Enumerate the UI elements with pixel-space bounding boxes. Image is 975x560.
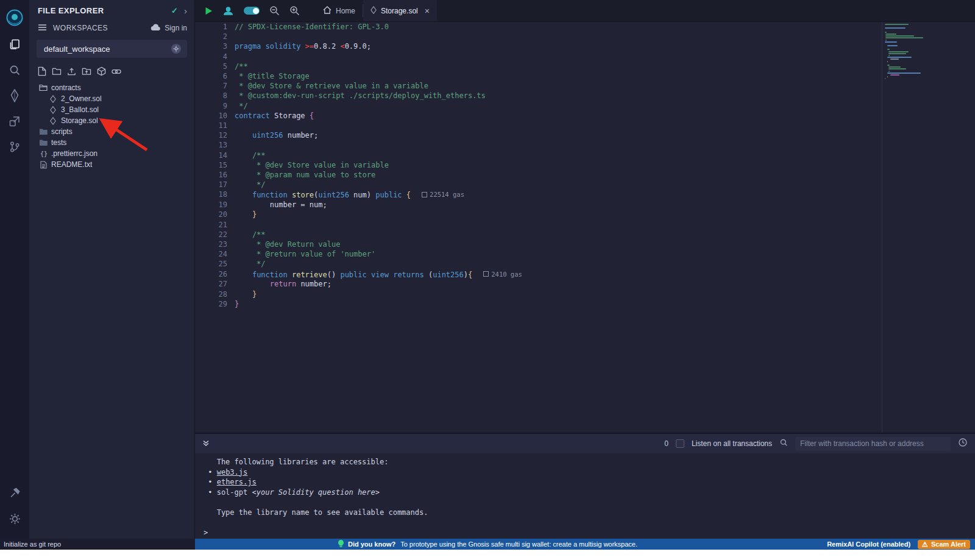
- tree-item-tests[interactable]: tests: [29, 137, 194, 148]
- file-name: contracts: [51, 83, 81, 92]
- tree-item-scripts[interactable]: scripts: [29, 126, 194, 137]
- code-line-21: 21: [195, 220, 975, 230]
- terminal-line: Type the library name to see available c…: [204, 508, 975, 518]
- remix-ide-window: FILE EXPLORER ✓ › WORKSPACES Sign in def…: [0, 0, 975, 550]
- file-name: scripts: [51, 127, 73, 136]
- zoom-in-button[interactable]: [285, 0, 305, 21]
- terminal-output[interactable]: The following libraries are accessible: …: [195, 453, 975, 537]
- code-line-15: 15 * @dev Store value in variable: [195, 160, 975, 170]
- terminal-link[interactable]: web3.js: [217, 468, 248, 477]
- code-line-6: 6 * @title Storage: [195, 71, 975, 81]
- upload-folder-icon[interactable]: [82, 67, 91, 76]
- code-line-19: 19 number = num;: [195, 200, 975, 210]
- settings-gear-icon[interactable]: [0, 506, 29, 531]
- sign-in-button[interactable]: Sign in: [151, 24, 187, 33]
- code-line-5: 5/**: [195, 62, 975, 71]
- tree-item-.prettierrc.json[interactable]: {}.prettierrc.json: [29, 148, 194, 159]
- terminal-header: 0 Listen on all transactions: [195, 434, 975, 453]
- gas-estimate: 22514 gas: [422, 190, 464, 199]
- upload-file-icon[interactable]: [67, 67, 76, 76]
- workspace-name: default_workspace: [44, 44, 171, 54]
- publish-box-icon[interactable]: [97, 66, 106, 76]
- code-line-25: 25 */: [195, 259, 975, 269]
- code-line-10: 10contract Storage {: [195, 111, 975, 121]
- code-line-13: 13: [195, 140, 975, 150]
- tab-storage-sol[interactable]: Storage.sol ×: [363, 0, 437, 21]
- transaction-filter-input[interactable]: [795, 437, 951, 451]
- code-line-22: 22 /**: [195, 230, 975, 239]
- run-script-button[interactable]: [195, 0, 218, 21]
- did-you-know-tip: Did you know? To prototype using the Gno…: [338, 539, 637, 549]
- warning-icon: ⚠: [922, 541, 928, 548]
- copilot-toggle[interactable]: [239, 0, 264, 21]
- terminal-line: • sol-gpt <your Solidity question here>: [204, 487, 975, 498]
- file-name: 3_Ballot.sol: [61, 105, 99, 114]
- code-line-18: 18 function store(uint256 num) public {2…: [195, 190, 975, 200]
- terminal-line: • web3.js: [204, 467, 975, 478]
- tree-item-2_Owner.sol[interactable]: 2_Owner.sol: [29, 93, 194, 104]
- code-line-24: 24 * @return value of 'number': [195, 249, 975, 259]
- close-tab-icon[interactable]: ×: [425, 6, 430, 16]
- terminal-search-icon[interactable]: [779, 438, 788, 449]
- file-explorer-icon[interactable]: [0, 32, 29, 57]
- code-line-28: 28 }: [195, 289, 975, 299]
- code-line-17: 17 */: [195, 180, 975, 190]
- code-lines: 1// SPDX-License-Identifier: GPL-3.023pr…: [195, 22, 975, 309]
- hamburger-menu-icon[interactable]: [38, 23, 47, 34]
- solidity-compiler-icon[interactable]: [0, 83, 29, 108]
- deploy-run-icon[interactable]: [0, 108, 29, 134]
- tree-item-Storage.sol[interactable]: Storage.sol: [29, 115, 194, 126]
- scam-alert-badge[interactable]: ⚠ Scam Alert: [918, 540, 970, 549]
- code-line-20: 20 }: [195, 210, 975, 219]
- search-icon[interactable]: [0, 57, 29, 83]
- activity-bar: [0, 0, 29, 539]
- workspaces-label: WORKSPACES: [53, 24, 151, 32]
- file-name: 2_Owner.sol: [61, 94, 102, 103]
- minimap[interactable]: [885, 24, 940, 80]
- panel-title: FILE EXPLORER: [38, 6, 171, 15]
- terminal-line: >: [204, 528, 975, 538]
- tree-item-3_Ballot.sol[interactable]: 3_Ballot.sol: [29, 104, 194, 115]
- code-line-8: 8 * @custom:dev-run-script ./scripts/dep…: [195, 91, 975, 101]
- zoom-out-button[interactable]: [264, 0, 285, 21]
- tree-item-README.txt[interactable]: README.txt: [29, 159, 194, 170]
- file-icon: [38, 161, 49, 169]
- editor-scrollbar[interactable]: [882, 22, 882, 433]
- terminal-line: [204, 497, 975, 508]
- history-clock-icon[interactable]: [958, 438, 968, 450]
- check-icon[interactable]: ✓: [171, 6, 178, 15]
- status-bar: Initialize as git repo Did you know? To …: [0, 539, 975, 550]
- code-line-12: 12 uint256 number;: [195, 130, 975, 140]
- terminal-line: [204, 517, 975, 528]
- solidity-icon: [48, 117, 58, 125]
- home-icon: [323, 6, 332, 16]
- code-line-7: 7 * @dev Store & retrieve value in a var…: [195, 81, 975, 91]
- remix-ai-icon[interactable]: [218, 0, 239, 21]
- listen-all-checkbox[interactable]: [676, 439, 684, 448]
- workspace-selector[interactable]: default_workspace: [37, 40, 187, 58]
- tab-home[interactable]: Home: [316, 0, 363, 21]
- lightbulb-icon: [338, 539, 344, 549]
- code-editor[interactable]: 1// SPDX-License-Identifier: GPL-3.023pr…: [195, 22, 975, 433]
- folder-open-icon: [38, 84, 49, 91]
- link-icon[interactable]: [112, 69, 121, 74]
- terminal-line: • ethers.js: [204, 477, 975, 487]
- new-folder-icon[interactable]: [52, 67, 62, 76]
- file-name: tests: [51, 138, 66, 147]
- tree-item-contracts[interactable]: contracts: [29, 82, 194, 93]
- git-init-status[interactable]: Initialize as git repo: [0, 539, 195, 550]
- file-explorer-panel: FILE EXPLORER ✓ › WORKSPACES Sign in def…: [29, 0, 195, 539]
- terminal-link[interactable]: ethers.js: [217, 478, 257, 486]
- code-line-3: 3pragma solidity >=0.8.2 <0.9.0;: [195, 41, 975, 51]
- git-icon[interactable]: [0, 134, 29, 160]
- chevron-right-icon[interactable]: ›: [184, 6, 187, 15]
- new-file-icon[interactable]: [38, 66, 46, 76]
- remix-logo-icon[interactable]: [0, 4, 29, 32]
- code-line-23: 23 * @dev Return value: [195, 239, 975, 249]
- workspace-options-icon[interactable]: [171, 44, 181, 54]
- main-area: Home Storage.sol × 1// SPDX-License-Iden…: [195, 0, 975, 539]
- hammer-icon[interactable]: [0, 480, 29, 506]
- terminal-expand-icon[interactable]: [202, 438, 210, 449]
- copilot-status[interactable]: RemixAI Copilot (enabled): [827, 541, 910, 548]
- tip-label: Did you know?: [348, 541, 395, 548]
